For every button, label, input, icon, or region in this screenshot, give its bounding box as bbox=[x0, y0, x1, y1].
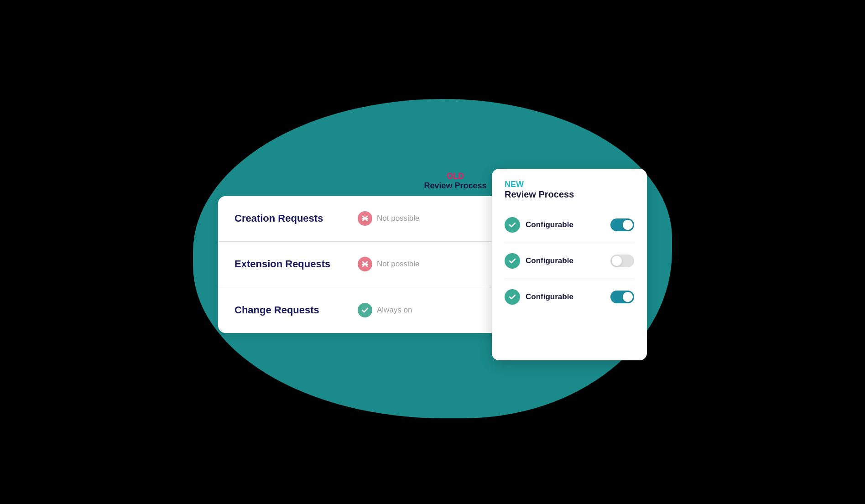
old-label: Review Process bbox=[424, 181, 486, 190]
toggle-change[interactable] bbox=[610, 291, 634, 303]
table-row: Extension Requests Not possible bbox=[218, 242, 528, 287]
old-card: Creation Requests Not possible Extensi bbox=[218, 196, 528, 333]
new-rows: Configurable Configurable bbox=[505, 207, 634, 305]
toggle-knob-extension bbox=[612, 256, 622, 266]
row-creation-old-status: Not possible bbox=[358, 211, 420, 226]
x-icon-extension bbox=[358, 257, 372, 271]
toggle-knob-creation bbox=[623, 220, 633, 230]
table-row: Creation Requests Not possible bbox=[218, 196, 528, 242]
new-row-creation: Configurable bbox=[505, 207, 634, 243]
content-area: OLD Review Process Creation Requests bbox=[159, 65, 706, 439]
table-row: Change Requests Always on bbox=[218, 287, 528, 333]
check-icon-extension-new bbox=[505, 253, 520, 269]
change-new-status-text: Configurable bbox=[526, 292, 605, 301]
check-icon-creation-new bbox=[505, 217, 520, 233]
old-tag: OLD bbox=[447, 171, 464, 181]
new-tag: NEW bbox=[505, 180, 524, 189]
scene: OLD Review Process Creation Requests bbox=[159, 65, 706, 439]
row-extension-old-status: Not possible bbox=[358, 257, 420, 271]
new-card-header: NEW Review Process bbox=[505, 180, 634, 200]
toggle-knob-change bbox=[623, 292, 633, 302]
creation-new-status-text: Configurable bbox=[526, 220, 605, 229]
new-row-extension: Configurable bbox=[505, 243, 634, 279]
new-row-change: Configurable bbox=[505, 279, 634, 305]
check-icon-change-new bbox=[505, 289, 520, 305]
row-change-old-status: Always on bbox=[358, 303, 412, 317]
toggle-creation[interactable] bbox=[610, 218, 634, 231]
check-icon-change-old bbox=[358, 303, 372, 317]
extension-new-status-text: Configurable bbox=[526, 256, 605, 265]
creation-old-status-text: Not possible bbox=[377, 214, 420, 223]
row-creation-label: Creation Requests bbox=[234, 213, 358, 224]
toggle-extension[interactable] bbox=[610, 255, 634, 267]
new-card: NEW Review Process Configurable bbox=[492, 169, 647, 360]
comparison-wrapper: Creation Requests Not possible Extensi bbox=[218, 196, 647, 333]
new-label: Review Process bbox=[505, 189, 634, 200]
x-icon-creation bbox=[358, 211, 372, 226]
row-change-label: Change Requests bbox=[234, 304, 358, 316]
row-extension-label: Extension Requests bbox=[234, 258, 358, 270]
change-old-status-text: Always on bbox=[377, 306, 412, 315]
extension-old-status-text: Not possible bbox=[377, 260, 420, 269]
